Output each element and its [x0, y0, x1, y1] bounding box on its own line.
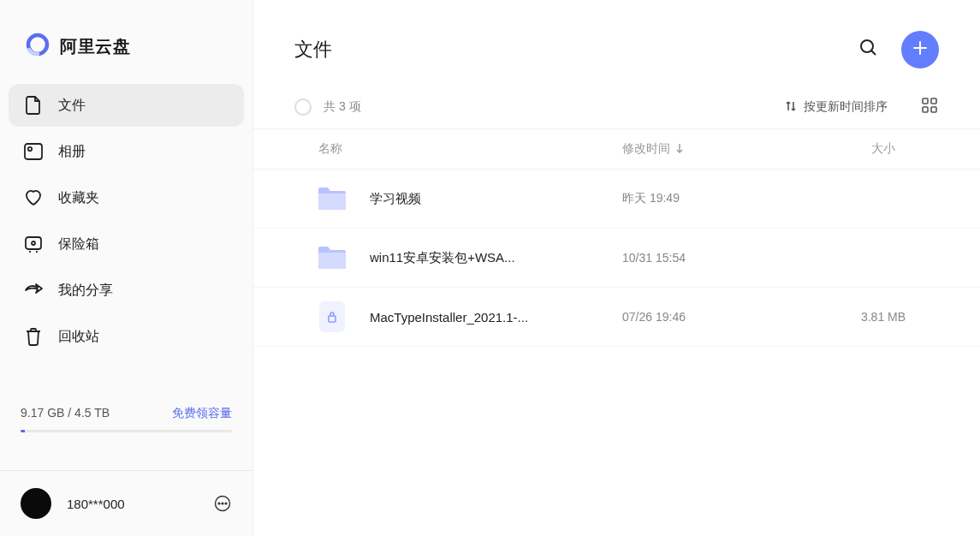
svg-point-11 [861, 40, 873, 52]
svg-rect-17 [923, 107, 928, 112]
document-icon [315, 300, 349, 334]
file-icon [24, 96, 43, 115]
nav-label: 回收站 [58, 328, 99, 346]
file-time: 07/26 19:46 [622, 310, 828, 324]
item-count: 共 3 项 [324, 99, 773, 115]
header: 文件 [253, 0, 980, 89]
user-name: 180***000 [67, 497, 198, 511]
trash-icon [24, 327, 43, 346]
nav-label: 保险箱 [58, 235, 99, 253]
file-name: win11安卓安装包+WSA... [370, 250, 622, 266]
sort-icon [785, 100, 797, 115]
toolbar: 共 3 项 按更新时间排序 [253, 89, 980, 128]
user-section[interactable]: 180***000 [0, 471, 252, 536]
search-button[interactable] [853, 34, 884, 65]
file-time: 昨天 19:49 [622, 191, 828, 206]
storage-bar [21, 430, 232, 432]
sort-label: 按更新时间排序 [804, 99, 888, 115]
search-icon [858, 38, 879, 62]
svg-rect-18 [931, 107, 936, 112]
file-size: 3.81 MB [828, 310, 939, 324]
nav-label: 文件 [58, 97, 86, 115]
page-title: 文件 [294, 37, 853, 63]
storage-text: 9.17 GB / 4.5 TB [21, 406, 110, 420]
file-name: 学习视频 [370, 191, 622, 207]
logo-icon [26, 33, 50, 60]
file-name: MacTypeInstaller_2021.1-... [370, 310, 622, 325]
nav: 文件 相册 收藏夹 [0, 84, 252, 396]
svg-point-10 [225, 503, 227, 504]
sidebar-item-files[interactable]: 文件 [9, 84, 244, 127]
add-button[interactable] [901, 31, 939, 68]
svg-line-12 [871, 51, 876, 55]
select-all-checkbox[interactable] [294, 98, 312, 116]
svg-rect-16 [931, 98, 936, 104]
folder-icon [315, 182, 349, 216]
svg-point-4 [32, 241, 35, 245]
sidebar-item-album[interactable]: 相册 [9, 130, 244, 173]
safe-icon [24, 235, 43, 253]
avatar [21, 488, 51, 519]
storage-info: 9.17 GB / 4.5 TB 免费领容量 [0, 396, 252, 439]
plus-icon [912, 39, 929, 60]
sidebar-item-safe[interactable]: 保险箱 [9, 223, 244, 265]
column-time[interactable]: 修改时间 [622, 141, 828, 157]
more-icon[interactable] [213, 494, 232, 513]
file-list: 学习视频 昨天 19:49 win11安卓安装包+WSA... 10/31 15… [253, 170, 980, 347]
file-time: 10/31 15:54 [622, 251, 828, 265]
sidebar-item-share[interactable]: 我的分享 [9, 269, 244, 312]
column-name[interactable]: 名称 [294, 141, 622, 157]
share-icon [24, 281, 43, 300]
file-row[interactable]: MacTypeInstaller_2021.1-... 07/26 19:46 … [253, 288, 980, 347]
file-row[interactable]: 学习视频 昨天 19:49 [253, 170, 980, 229]
sidebar-item-favorites[interactable]: 收藏夹 [9, 176, 244, 219]
app-name: 阿里云盘 [60, 35, 130, 58]
storage-upgrade-link[interactable]: 免费领容量 [172, 406, 232, 421]
sort-button[interactable]: 按更新时间排序 [785, 99, 888, 115]
nav-label: 我的分享 [58, 282, 113, 300]
svg-rect-3 [26, 237, 41, 249]
logo[interactable]: 阿里云盘 [0, 0, 252, 84]
file-row[interactable]: win11安卓安装包+WSA... 10/31 15:54 [253, 229, 980, 288]
svg-point-2 [28, 147, 32, 151]
nav-label: 相册 [58, 143, 86, 161]
svg-rect-15 [923, 98, 928, 104]
main-content: 文件 共 3 项 [253, 0, 980, 536]
column-size[interactable]: 大小 [828, 141, 939, 157]
sort-arrow-down-icon [675, 142, 684, 156]
svg-rect-1 [25, 144, 42, 159]
list-header: 名称 修改时间 大小 [253, 128, 980, 170]
svg-point-9 [222, 503, 223, 504]
sidebar: 阿里云盘 文件 相册 [0, 0, 253, 536]
view-toggle[interactable] [920, 98, 939, 116]
folder-icon [315, 241, 349, 275]
svg-point-8 [218, 503, 220, 504]
svg-rect-20 [329, 316, 336, 322]
album-icon [24, 142, 43, 161]
grid-icon [922, 98, 937, 116]
sidebar-item-trash[interactable]: 回收站 [9, 315, 244, 358]
heart-icon [24, 188, 43, 207]
nav-label: 收藏夹 [58, 189, 99, 207]
